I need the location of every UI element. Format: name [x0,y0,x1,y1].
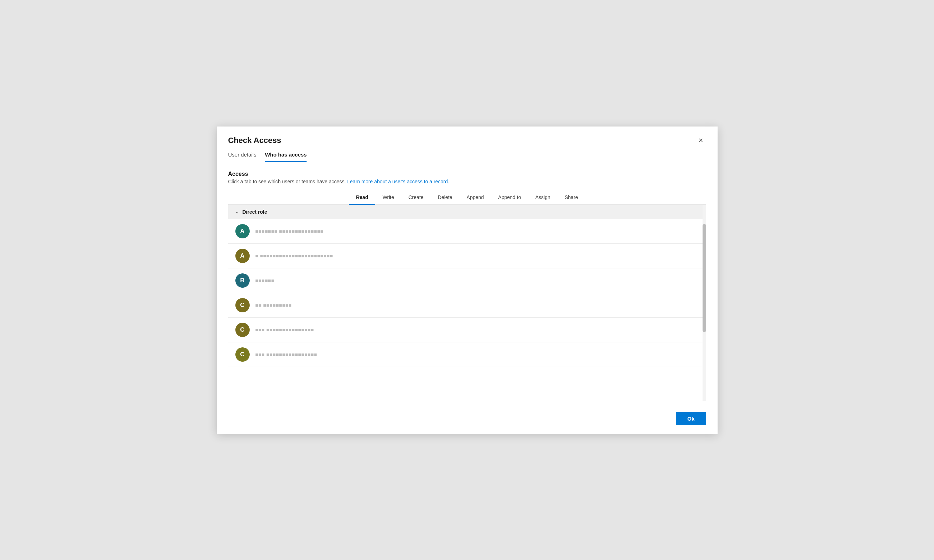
list-item: C ■■ ■■■■■■■■■ [228,293,706,318]
access-tab-create[interactable]: Create [401,192,431,205]
dialog-header: Check Access × [217,126,718,146]
scrollbar[interactable] [702,205,706,401]
item-name: ■■■ ■■■■■■■■■■■■■■■■ [255,352,317,357]
avatar: A [235,224,250,238]
chevron-down-icon: ⌄ [235,209,239,214]
access-desc-text: Click a tab to see which users or teams … [228,179,346,185]
tab-user-details[interactable]: User details [228,152,256,162]
dialog-title: Check Access [228,136,281,145]
direct-role-label: Direct role [242,209,267,215]
access-learn-more-link[interactable]: Learn more about a user's access to a re… [347,179,449,185]
close-button[interactable]: × [696,135,706,146]
item-name: ■■■■■■■ ■■■■■■■■■■■■■■ [255,228,324,234]
list-item: A ■■■■■■■ ■■■■■■■■■■■■■■ [228,219,706,244]
direct-role-section[interactable]: ⌄ Direct role [228,205,706,219]
access-title: Access [228,171,706,177]
access-tab-append-to[interactable]: Append to [491,192,528,205]
item-name: ■ ■■■■■■■■■■■■■■■■■■■■■■■ [255,253,333,259]
tab-who-has-access[interactable]: Who has access [265,152,307,162]
avatar: C [235,323,250,337]
content-area: Access Click a tab to see which users or… [217,162,718,407]
avatar: A [235,249,250,263]
list-item: B ■■■■■■ [228,268,706,293]
list-area: ⌄ Direct role A ■■■■■■■ ■■■■■■■■■■■■■■ A… [228,205,706,401]
access-tab-delete[interactable]: Delete [431,192,459,205]
avatar: C [235,298,250,312]
access-tab-read[interactable]: Read [349,192,375,205]
access-tabs: Read Write Create Delete Append Append t… [228,192,706,205]
list-item: C ■■■ ■■■■■■■■■■■■■■■ [228,318,706,342]
ok-button[interactable]: Ok [676,412,706,425]
item-name: ■■ ■■■■■■■■■ [255,302,292,308]
access-tab-append[interactable]: Append [459,192,491,205]
access-tab-write[interactable]: Write [375,192,401,205]
check-access-dialog: Check Access × User details Who has acce… [217,126,718,434]
avatar: C [235,348,250,362]
dialog-footer: Ok [217,407,718,434]
list-item: C ■■■ ■■■■■■■■■■■■■■■■ [228,342,706,367]
item-name: ■■■■■■ [255,278,274,283]
access-description: Click a tab to see which users or teams … [228,179,706,185]
access-tab-share[interactable]: Share [557,192,585,205]
item-name: ■■■ ■■■■■■■■■■■■■■■ [255,327,314,333]
avatar: B [235,273,250,288]
top-tabs: User details Who has access [217,146,718,162]
scrollbar-thumb [702,224,706,332]
access-tab-assign[interactable]: Assign [528,192,557,205]
list-item: A ■ ■■■■■■■■■■■■■■■■■■■■■■■ [228,244,706,268]
